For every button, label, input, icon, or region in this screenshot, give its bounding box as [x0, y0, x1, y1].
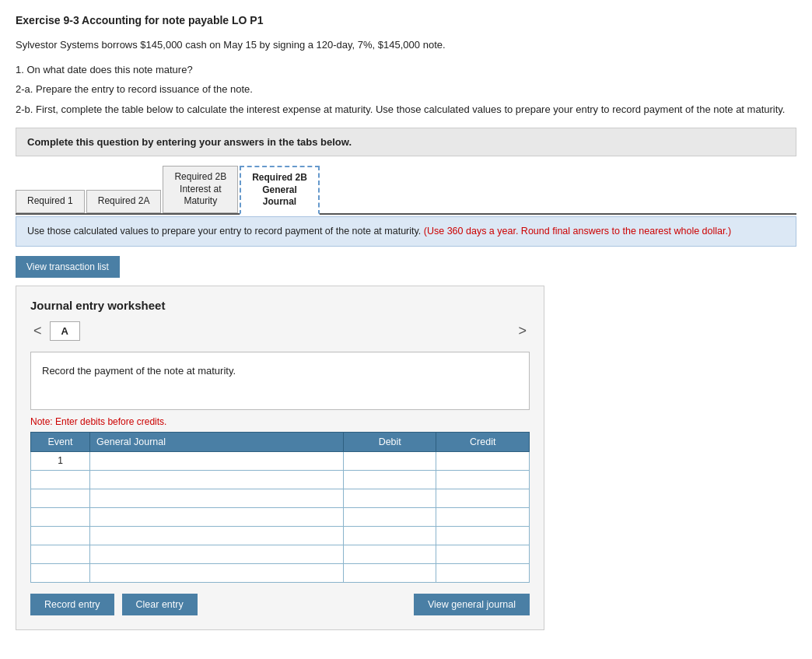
debit-cell[interactable]	[343, 470, 436, 489]
credit-input[interactable]	[436, 471, 529, 489]
info-banner: Use those calculated values to prepare y…	[16, 216, 796, 247]
general-journal-input[interactable]	[90, 489, 343, 507]
credit-cell[interactable]	[436, 507, 530, 526]
credit-cell[interactable]	[436, 451, 530, 470]
credit-cell[interactable]	[436, 563, 530, 582]
event-cell	[31, 507, 90, 526]
general-journal-input[interactable]	[90, 452, 343, 470]
general-journal-cell[interactable]	[90, 526, 344, 545]
view-transaction-button[interactable]: View transaction list	[16, 256, 120, 278]
description: Sylvestor Systems borrows $145,000 cash …	[16, 37, 796, 53]
debit-cell[interactable]	[343, 526, 436, 545]
question-2b: 2-b. First, complete the table below to …	[16, 102, 796, 117]
credit-cell[interactable]	[436, 489, 530, 507]
record-description: Record the payment of the note at maturi…	[30, 352, 530, 410]
question-1: 1. On what date does this note mature?	[16, 62, 796, 78]
tab-required-1[interactable]: Required 1	[16, 190, 85, 213]
debit-input[interactable]	[344, 508, 436, 526]
general-journal-input[interactable]	[90, 564, 343, 582]
record-entry-button[interactable]: Record entry	[30, 594, 114, 615]
debit-input[interactable]	[344, 489, 436, 507]
general-journal-cell[interactable]	[90, 470, 344, 489]
general-journal-cell[interactable]	[90, 489, 344, 507]
credit-input[interactable]	[436, 508, 529, 526]
credit-input[interactable]	[436, 489, 529, 507]
general-journal-cell[interactable]	[90, 563, 344, 582]
credit-input[interactable]	[436, 564, 529, 582]
debit-cell[interactable]	[343, 451, 436, 470]
debit-input[interactable]	[344, 527, 436, 545]
debit-input[interactable]	[344, 452, 436, 470]
general-journal-input[interactable]	[90, 471, 343, 489]
col-header-general-journal: General Journal	[90, 432, 344, 451]
table-row	[31, 526, 530, 545]
table-row: 1	[31, 451, 530, 470]
nav-tabs-row: < A >	[30, 321, 530, 341]
tab-required-2b-journal[interactable]: Required 2B General Journal	[240, 166, 320, 215]
debit-input[interactable]	[344, 564, 436, 582]
info-banner-main: Use those calculated values to prepare y…	[27, 226, 421, 237]
col-header-event: Event	[31, 432, 90, 451]
event-cell: 1	[31, 451, 90, 470]
left-buttons: Record entry Clear entry	[30, 594, 198, 615]
info-banner-note: (Use 360 days a year. Round final answer…	[424, 226, 731, 237]
journal-table: Event General Journal Debit Credit 1	[30, 432, 530, 583]
credit-cell[interactable]	[436, 470, 530, 489]
credit-input[interactable]	[436, 527, 529, 545]
credit-input[interactable]	[436, 452, 529, 470]
view-general-journal-button[interactable]: View general journal	[414, 594, 530, 615]
credit-cell[interactable]	[436, 545, 530, 563]
general-journal-cell[interactable]	[90, 507, 344, 526]
bottom-buttons: Record entry Clear entry View general jo…	[30, 594, 530, 615]
exercise-title: Exercise 9-3 Accounting for note payable…	[16, 14, 796, 26]
questions-list: 1. On what date does this note mature? 2…	[16, 62, 796, 117]
event-cell	[31, 563, 90, 582]
note-text: Note: Enter debits before credits.	[30, 416, 530, 427]
credit-cell[interactable]	[436, 526, 530, 545]
general-journal-input[interactable]	[90, 545, 343, 563]
event-cell	[31, 489, 90, 507]
table-row	[31, 545, 530, 563]
question-2a: 2-a. Prepare the entry to record issuanc…	[16, 82, 796, 97]
general-journal-input[interactable]	[90, 508, 343, 526]
event-cell	[31, 545, 90, 563]
tabs-area: Required 1 Required 2A Required 2B Inter…	[16, 164, 796, 215]
debit-cell[interactable]	[343, 545, 436, 563]
table-row	[31, 507, 530, 526]
debit-cell[interactable]	[343, 563, 436, 582]
tab-required-2a[interactable]: Required 2A	[86, 190, 162, 213]
col-header-debit: Debit	[343, 432, 436, 451]
nav-next-button[interactable]: >	[515, 323, 530, 339]
worksheet-container: Journal entry worksheet < A > Record the…	[16, 286, 544, 630]
clear-entry-button[interactable]: Clear entry	[122, 594, 198, 615]
credit-input[interactable]	[436, 545, 529, 563]
worksheet-title: Journal entry worksheet	[30, 299, 530, 312]
table-row	[31, 489, 530, 507]
general-journal-cell[interactable]	[90, 545, 344, 563]
table-row	[31, 563, 530, 582]
complete-box: Complete this question by entering your …	[16, 128, 796, 156]
debit-input[interactable]	[344, 471, 436, 489]
col-header-credit: Credit	[436, 432, 530, 451]
general-journal-cell[interactable]	[90, 451, 344, 470]
general-journal-input[interactable]	[90, 527, 343, 545]
worksheet-tab-a[interactable]: A	[50, 321, 80, 341]
debit-cell[interactable]	[343, 507, 436, 526]
debit-input[interactable]	[344, 545, 436, 563]
debit-cell[interactable]	[343, 489, 436, 507]
table-row	[31, 470, 530, 489]
event-cell	[31, 526, 90, 545]
tab-required-2b-interest[interactable]: Required 2B Interest at Maturity	[163, 166, 238, 213]
event-cell	[31, 470, 90, 489]
nav-prev-button[interactable]: <	[30, 323, 45, 339]
